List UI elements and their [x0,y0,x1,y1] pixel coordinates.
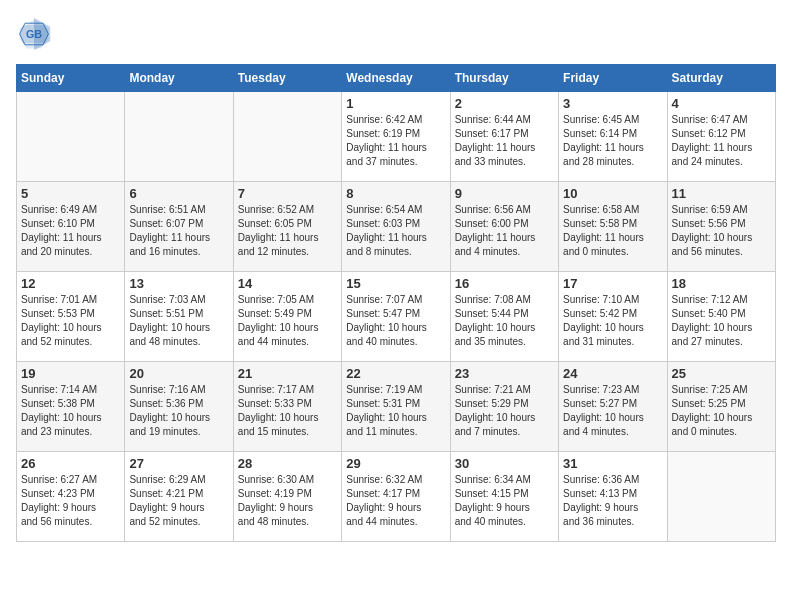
day-cell: 7Sunrise: 6:52 AM Sunset: 6:05 PM Daylig… [233,182,341,272]
day-cell: 23Sunrise: 7:21 AM Sunset: 5:29 PM Dayli… [450,362,558,452]
day-info: Sunrise: 6:34 AM Sunset: 4:15 PM Dayligh… [455,473,554,529]
header-day-wednesday: Wednesday [342,65,450,92]
day-cell: 12Sunrise: 7:01 AM Sunset: 5:53 PM Dayli… [17,272,125,362]
day-cell [125,92,233,182]
day-number: 11 [672,186,771,201]
day-info: Sunrise: 6:58 AM Sunset: 5:58 PM Dayligh… [563,203,662,259]
day-number: 18 [672,276,771,291]
day-number: 23 [455,366,554,381]
day-info: Sunrise: 7:25 AM Sunset: 5:25 PM Dayligh… [672,383,771,439]
day-cell: 31Sunrise: 6:36 AM Sunset: 4:13 PM Dayli… [559,452,667,542]
week-row-5: 26Sunrise: 6:27 AM Sunset: 4:23 PM Dayli… [17,452,776,542]
day-number: 13 [129,276,228,291]
day-info: Sunrise: 6:56 AM Sunset: 6:00 PM Dayligh… [455,203,554,259]
day-info: Sunrise: 7:19 AM Sunset: 5:31 PM Dayligh… [346,383,445,439]
day-cell: 4Sunrise: 6:47 AM Sunset: 6:12 PM Daylig… [667,92,775,182]
day-cell: 30Sunrise: 6:34 AM Sunset: 4:15 PM Dayli… [450,452,558,542]
day-info: Sunrise: 6:36 AM Sunset: 4:13 PM Dayligh… [563,473,662,529]
day-cell: 14Sunrise: 7:05 AM Sunset: 5:49 PM Dayli… [233,272,341,362]
day-cell: 8Sunrise: 6:54 AM Sunset: 6:03 PM Daylig… [342,182,450,272]
day-number: 12 [21,276,120,291]
header-row: SundayMondayTuesdayWednesdayThursdayFrid… [17,65,776,92]
day-cell: 10Sunrise: 6:58 AM Sunset: 5:58 PM Dayli… [559,182,667,272]
day-cell: 3Sunrise: 6:45 AM Sunset: 6:14 PM Daylig… [559,92,667,182]
header-day-sunday: Sunday [17,65,125,92]
day-cell: 21Sunrise: 7:17 AM Sunset: 5:33 PM Dayli… [233,362,341,452]
logo-icon: GB [16,16,52,52]
day-number: 19 [21,366,120,381]
day-cell [233,92,341,182]
day-cell: 1Sunrise: 6:42 AM Sunset: 6:19 PM Daylig… [342,92,450,182]
day-number: 29 [346,456,445,471]
day-number: 21 [238,366,337,381]
day-cell: 16Sunrise: 7:08 AM Sunset: 5:44 PM Dayli… [450,272,558,362]
day-cell: 17Sunrise: 7:10 AM Sunset: 5:42 PM Dayli… [559,272,667,362]
day-cell: 11Sunrise: 6:59 AM Sunset: 5:56 PM Dayli… [667,182,775,272]
logo: GB [16,16,56,52]
day-info: Sunrise: 7:14 AM Sunset: 5:38 PM Dayligh… [21,383,120,439]
day-number: 3 [563,96,662,111]
day-info: Sunrise: 6:59 AM Sunset: 5:56 PM Dayligh… [672,203,771,259]
day-number: 9 [455,186,554,201]
day-info: Sunrise: 7:23 AM Sunset: 5:27 PM Dayligh… [563,383,662,439]
week-row-4: 19Sunrise: 7:14 AM Sunset: 5:38 PM Dayli… [17,362,776,452]
day-info: Sunrise: 6:27 AM Sunset: 4:23 PM Dayligh… [21,473,120,529]
day-info: Sunrise: 6:44 AM Sunset: 6:17 PM Dayligh… [455,113,554,169]
day-info: Sunrise: 7:17 AM Sunset: 5:33 PM Dayligh… [238,383,337,439]
day-number: 2 [455,96,554,111]
day-info: Sunrise: 6:54 AM Sunset: 6:03 PM Dayligh… [346,203,445,259]
day-cell: 27Sunrise: 6:29 AM Sunset: 4:21 PM Dayli… [125,452,233,542]
day-info: Sunrise: 6:32 AM Sunset: 4:17 PM Dayligh… [346,473,445,529]
header-day-saturday: Saturday [667,65,775,92]
page-header: GB [16,16,776,52]
day-number: 27 [129,456,228,471]
day-info: Sunrise: 7:16 AM Sunset: 5:36 PM Dayligh… [129,383,228,439]
day-info: Sunrise: 6:52 AM Sunset: 6:05 PM Dayligh… [238,203,337,259]
day-info: Sunrise: 6:42 AM Sunset: 6:19 PM Dayligh… [346,113,445,169]
day-cell: 22Sunrise: 7:19 AM Sunset: 5:31 PM Dayli… [342,362,450,452]
calendar-table: SundayMondayTuesdayWednesdayThursdayFrid… [16,64,776,542]
svg-text:GB: GB [26,28,42,40]
day-cell: 9Sunrise: 6:56 AM Sunset: 6:00 PM Daylig… [450,182,558,272]
header-day-thursday: Thursday [450,65,558,92]
day-cell: 26Sunrise: 6:27 AM Sunset: 4:23 PM Dayli… [17,452,125,542]
day-info: Sunrise: 7:10 AM Sunset: 5:42 PM Dayligh… [563,293,662,349]
day-number: 8 [346,186,445,201]
day-info: Sunrise: 7:03 AM Sunset: 5:51 PM Dayligh… [129,293,228,349]
day-number: 20 [129,366,228,381]
day-number: 14 [238,276,337,291]
day-number: 17 [563,276,662,291]
day-number: 4 [672,96,771,111]
day-info: Sunrise: 6:29 AM Sunset: 4:21 PM Dayligh… [129,473,228,529]
day-info: Sunrise: 6:30 AM Sunset: 4:19 PM Dayligh… [238,473,337,529]
day-number: 5 [21,186,120,201]
day-number: 25 [672,366,771,381]
day-cell: 2Sunrise: 6:44 AM Sunset: 6:17 PM Daylig… [450,92,558,182]
day-cell: 15Sunrise: 7:07 AM Sunset: 5:47 PM Dayli… [342,272,450,362]
day-number: 28 [238,456,337,471]
week-row-1: 1Sunrise: 6:42 AM Sunset: 6:19 PM Daylig… [17,92,776,182]
day-info: Sunrise: 7:21 AM Sunset: 5:29 PM Dayligh… [455,383,554,439]
day-number: 26 [21,456,120,471]
day-number: 1 [346,96,445,111]
day-cell: 6Sunrise: 6:51 AM Sunset: 6:07 PM Daylig… [125,182,233,272]
day-number: 6 [129,186,228,201]
day-info: Sunrise: 7:07 AM Sunset: 5:47 PM Dayligh… [346,293,445,349]
week-row-2: 5Sunrise: 6:49 AM Sunset: 6:10 PM Daylig… [17,182,776,272]
day-number: 16 [455,276,554,291]
day-info: Sunrise: 6:49 AM Sunset: 6:10 PM Dayligh… [21,203,120,259]
day-cell: 18Sunrise: 7:12 AM Sunset: 5:40 PM Dayli… [667,272,775,362]
day-cell: 29Sunrise: 6:32 AM Sunset: 4:17 PM Dayli… [342,452,450,542]
day-number: 10 [563,186,662,201]
header-day-monday: Monday [125,65,233,92]
header-day-friday: Friday [559,65,667,92]
day-number: 24 [563,366,662,381]
day-cell: 28Sunrise: 6:30 AM Sunset: 4:19 PM Dayli… [233,452,341,542]
day-cell [667,452,775,542]
day-info: Sunrise: 7:12 AM Sunset: 5:40 PM Dayligh… [672,293,771,349]
day-info: Sunrise: 7:01 AM Sunset: 5:53 PM Dayligh… [21,293,120,349]
day-info: Sunrise: 7:08 AM Sunset: 5:44 PM Dayligh… [455,293,554,349]
day-info: Sunrise: 6:45 AM Sunset: 6:14 PM Dayligh… [563,113,662,169]
week-row-3: 12Sunrise: 7:01 AM Sunset: 5:53 PM Dayli… [17,272,776,362]
header-day-tuesday: Tuesday [233,65,341,92]
